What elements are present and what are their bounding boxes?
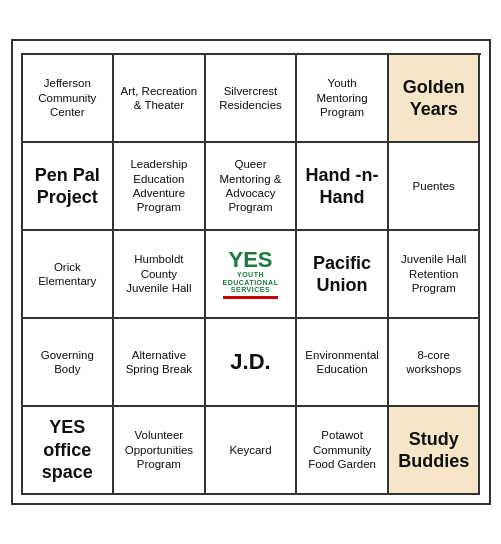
cell-1-2[interactable]: Queer Mentoring & Advocacy Program <box>206 143 298 231</box>
cell-2-2[interactable]: YES YOUTHEDUCATIONALSERVICES <box>206 231 298 319</box>
cell-3-4[interactable]: 8-core workshops <box>389 319 481 407</box>
cell-1-3[interactable]: Hand -n- Hand <box>297 143 389 231</box>
cell-0-0[interactable]: Jefferson Community Center <box>23 55 115 143</box>
cell-2-0[interactable]: Orick Elementary <box>23 231 115 319</box>
cell-4-2[interactable]: Keycard <box>206 407 298 495</box>
yes-underline <box>223 296 279 299</box>
cell-2-1[interactable]: Humboldt County Juvenile Hall <box>114 231 206 319</box>
cell-1-0[interactable]: Pen Pal Project <box>23 143 115 231</box>
cell-1-1[interactable]: Leadership Education Adventure Program <box>114 143 206 231</box>
cell-0-2[interactable]: Silvercrest Residencies <box>206 55 298 143</box>
cell-4-0[interactable]: YES office space <box>23 407 115 495</box>
cell-3-0[interactable]: Governing Body <box>23 319 115 407</box>
cell-1-4[interactable]: Puentes <box>389 143 481 231</box>
cell-2-3[interactable]: Pacific Union <box>297 231 389 319</box>
cell-2-4[interactable]: Juvenile Hall Retention Program <box>389 231 481 319</box>
yes-sub: YOUTHEDUCATIONALSERVICES <box>223 271 279 294</box>
yes-text: YES <box>228 249 272 271</box>
cell-3-3[interactable]: Environmental Education <box>297 319 389 407</box>
cell-4-4[interactable]: Study Buddies <box>389 407 481 495</box>
cell-3-2[interactable]: J.D. <box>206 319 298 407</box>
cell-4-3[interactable]: Potawot Community Food Garden <box>297 407 389 495</box>
cell-0-3[interactable]: Youth Mentoring Program <box>297 55 389 143</box>
cell-0-4[interactable]: Golden Years <box>389 55 481 143</box>
bingo-grid: Jefferson Community CenterArt, Recreatio… <box>21 53 481 495</box>
cell-4-1[interactable]: Volunteer Opportunities Program <box>114 407 206 495</box>
cell-0-1[interactable]: Art, Recreation & Theater <box>114 55 206 143</box>
yes-logo: YES YOUTHEDUCATIONALSERVICES <box>223 249 279 299</box>
bingo-card: Jefferson Community CenterArt, Recreatio… <box>11 39 491 505</box>
cell-3-1[interactable]: Alternative Spring Break <box>114 319 206 407</box>
